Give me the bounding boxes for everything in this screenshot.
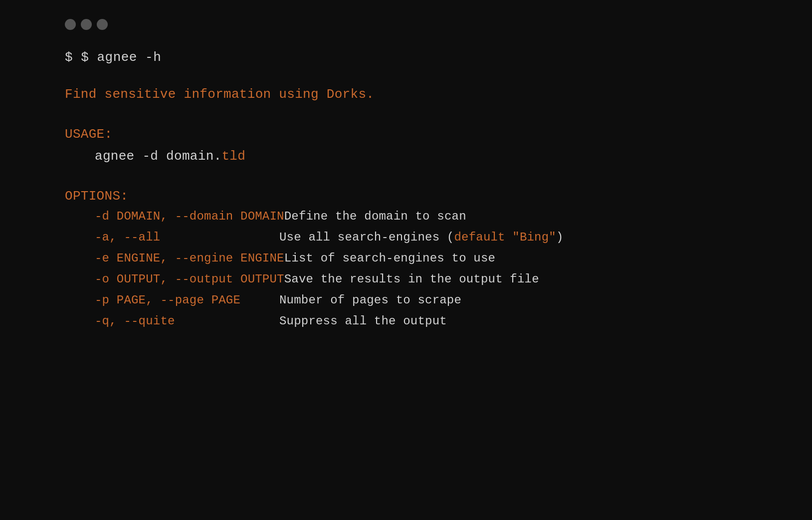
option-flags-e: -e ENGINE, --engine ENGINE bbox=[65, 253, 284, 264]
command-line: $ $ agnee -h bbox=[65, 50, 812, 65]
option-flags-o: -o OUTPUT, --output OUTPUT bbox=[65, 273, 284, 285]
options-label: OPTIONS: bbox=[65, 189, 812, 204]
usage-command-tld: tld bbox=[221, 149, 245, 164]
option-row-o: -o OUTPUT, --output OUTPUT Save the resu… bbox=[65, 273, 812, 285]
option-desc-d: Define the domain to scan bbox=[284, 211, 466, 223]
option-row-a: -a, --all Use all search-engines (defaul… bbox=[65, 232, 812, 244]
usage-command: agnee -d domain.tld bbox=[65, 149, 812, 164]
option-desc-e: List of search-engines to use bbox=[284, 253, 495, 264]
window-controls bbox=[0, 0, 812, 30]
command-text: $ agnee -h bbox=[81, 50, 161, 65]
window-dot-3 bbox=[97, 19, 108, 30]
window-dot-1 bbox=[65, 19, 76, 30]
option-row-p: -p PAGE, --page PAGE Number of pages to … bbox=[65, 294, 812, 306]
option-flags-p: -p PAGE, --page PAGE bbox=[65, 294, 279, 306]
option-desc-p: Number of pages to scrape bbox=[279, 294, 461, 306]
option-flags-q: -q, --quite bbox=[65, 315, 279, 327]
terminal-window: $ $ agnee -h Find sensitive information … bbox=[0, 0, 812, 520]
option-row-e: -e ENGINE, --engine ENGINE List of searc… bbox=[65, 253, 812, 264]
option-row-q: -q, --quite Suppress all the output bbox=[65, 315, 812, 327]
terminal-content: $ $ agnee -h Find sensitive information … bbox=[0, 50, 812, 327]
options-block: -d DOMAIN, --domain DOMAIN Define the do… bbox=[65, 211, 812, 327]
prompt-symbol: $ bbox=[65, 50, 81, 65]
description-text: Find sensitive information using Dorks. bbox=[65, 87, 812, 102]
option-desc-q: Suppress all the output bbox=[279, 315, 447, 327]
usage-label: USAGE: bbox=[65, 127, 812, 142]
option-desc-o: Save the results in the output file bbox=[284, 273, 539, 285]
window-dot-2 bbox=[81, 19, 92, 30]
option-flags-d: -d DOMAIN, --domain DOMAIN bbox=[65, 211, 284, 223]
option-desc-a-highlight: default "Bing" bbox=[454, 231, 556, 244]
option-desc-a: Use all search-engines (default "Bing") bbox=[279, 232, 564, 244]
option-flags-a: -a, --all bbox=[65, 232, 279, 244]
option-row-d: -d DOMAIN, --domain DOMAIN Define the do… bbox=[65, 211, 812, 223]
usage-command-prefix: agnee -d domain. bbox=[95, 149, 221, 164]
